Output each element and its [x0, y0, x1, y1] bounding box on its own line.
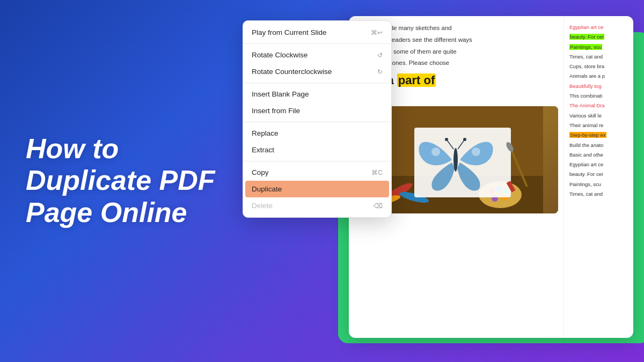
menu-shortcut-rotate-ccw: ↻ [377, 68, 383, 76]
svg-point-17 [445, 138, 448, 141]
menu-item-replace[interactable]: Replace [243, 125, 391, 142]
menu-item-rotate-counterclockwise[interactable]: Rotate Counterclockwise ↻ [243, 63, 391, 80]
menu-label-rotate-ccw: Rotate Counterclockwise [252, 68, 332, 76]
pdf-content-right: Egyptian art ce beauty. For cer Painting… [564, 16, 633, 338]
menu-item-insert-blank-page[interactable]: Insert Blank Page [243, 86, 391, 102]
title-line1: How to [26, 133, 119, 164]
menu-divider-4 [243, 161, 391, 161]
menu-item-rotate-clockwise[interactable]: Rotate Clockwise ↺ [243, 47, 391, 63]
menu-label-insert-file: Insert from File [252, 107, 300, 115]
menu-divider-3 [243, 122, 391, 122]
svg-point-14 [453, 148, 458, 172]
menu-shortcut-delete: ⌫ [374, 202, 383, 210]
context-menu: Play from Current Slide ⌘↩ Rotate Clockw… [243, 20, 392, 218]
right-col-item-1: Egyptian art ce [569, 24, 628, 31]
menu-label-rotate-cw: Rotate Clockwise [252, 51, 308, 59]
hero-title: How to Duplicate PDF Page Online [26, 133, 215, 229]
menu-item-duplicate[interactable]: Duplicate [245, 181, 389, 197]
right-col-item-7: Beautifully tog [569, 83, 628, 90]
menu-shortcut-play: ⌘↩ [371, 29, 383, 36]
right-col-item-13: Build the anato [569, 142, 628, 149]
menu-label-extract: Extract [252, 146, 274, 154]
menu-label-copy: Copy [252, 168, 269, 176]
right-col-item-12: Step-by-step ex [569, 131, 628, 138]
right-col-item-10: Various skill le [569, 112, 628, 119]
menu-item-play-current-slide[interactable]: Play from Current Slide ⌘↩ [243, 24, 391, 41]
menu-shortcut-rotate-cw: ↺ [377, 51, 383, 59]
menu-shortcut-copy: ⌘C [371, 169, 383, 176]
menu-item-insert-from-file[interactable]: Insert from File [243, 102, 391, 119]
menu-label-delete: Delete [252, 202, 273, 210]
right-col-item-6: Animals are a p [569, 72, 628, 79]
right-col-item-14: Basic and othe [569, 151, 628, 158]
right-col-item-11: Their animal re [569, 122, 628, 129]
menu-label-insert-blank: Insert Blank Page [252, 90, 309, 98]
right-col-item-5: Cups, store bra [569, 63, 628, 70]
right-col-item-9: The Animal Dra [569, 102, 628, 109]
menu-divider-2 [243, 83, 391, 83]
menu-label-replace: Replace [252, 129, 279, 137]
menu-item-copy[interactable]: Copy ⌘C [243, 164, 391, 181]
menu-item-extract[interactable]: Extract [243, 142, 391, 158]
svg-point-13 [472, 147, 480, 156]
title-line2: Duplicate PDF [26, 165, 215, 196]
right-col-item-4: Times, cat and [569, 53, 628, 60]
menu-label-play: Play from Current Slide [252, 28, 327, 36]
heading-highlight: part of [397, 73, 436, 87]
right-col-item-16: beauty. For cer [569, 171, 628, 178]
title-line3: Page Online [26, 197, 187, 228]
menu-label-duplicate: Duplicate [252, 185, 282, 193]
svg-point-12 [431, 147, 440, 156]
right-col-item-3: Paintings, scu [569, 43, 628, 50]
right-col-item-17: Paintings, scu [569, 181, 628, 188]
right-col-item-8: This combinati [569, 92, 628, 99]
right-col-item-18: Times, cat and [569, 190, 628, 197]
menu-item-delete[interactable]: Delete ⌫ [243, 197, 391, 214]
svg-point-18 [463, 138, 466, 141]
menu-divider-1 [243, 43, 391, 44]
right-col-item-2: beauty. For cer [569, 33, 628, 40]
right-col-item-15: Egyptian art ce [569, 161, 628, 168]
